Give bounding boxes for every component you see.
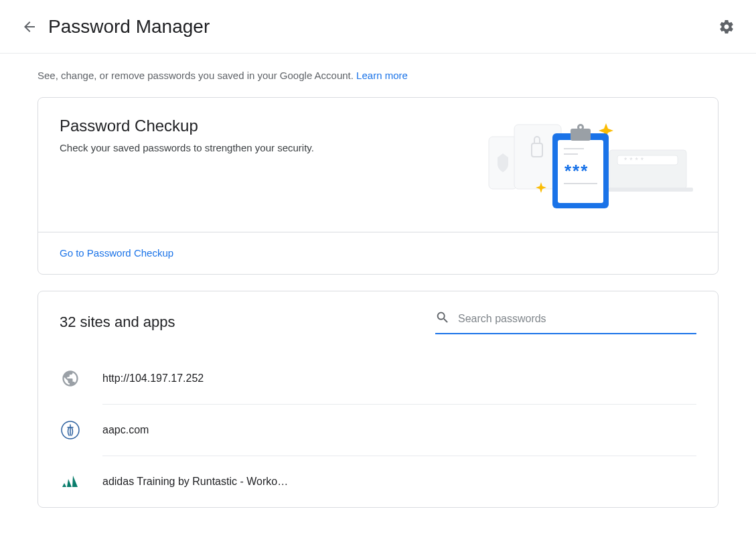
adidas-icon	[60, 471, 81, 492]
site-item[interactable]: aapc.com	[60, 405, 696, 456]
clipboard-password-icon: ****	[469, 117, 696, 210]
site-label: http://104.197.17.252	[102, 372, 204, 385]
search-icon	[435, 310, 450, 328]
header: Password Manager	[0, 0, 756, 54]
gear-icon	[719, 19, 735, 35]
checkup-illustration: ****	[469, 117, 696, 210]
learn-more-link[interactable]: Learn more	[356, 70, 408, 81]
site-label: adidas Training by Runtastic - Worko…	[102, 476, 288, 488]
sites-header: 32 sites and apps	[60, 310, 696, 334]
checkup-description: Check your saved passwords to strengthen…	[60, 142, 314, 153]
checkup-body: Password Checkup Check your saved passwo…	[38, 98, 718, 232]
search-wrap[interactable]	[435, 310, 696, 334]
page-title: Password Manager	[48, 16, 713, 38]
checkup-text: Password Checkup Check your saved passwo…	[60, 117, 314, 153]
arrow-left-icon	[21, 19, 37, 35]
intro-text: See, change, or remove passwords you sav…	[37, 70, 719, 81]
svg-text:***: ***	[564, 161, 589, 181]
search-input[interactable]	[458, 313, 696, 325]
checkup-link-row: Go to Password Checkup	[38, 232, 718, 274]
content: See, change, or remove passwords you sav…	[0, 54, 756, 524]
back-button[interactable]	[16, 13, 43, 40]
password-checkup-card: Password Checkup Check your saved passwo…	[37, 97, 719, 275]
site-item[interactable]: http://104.197.17.252	[60, 353, 696, 404]
intro-description: See, change, or remove passwords you sav…	[37, 70, 356, 81]
svg-text:****: ****	[624, 156, 646, 164]
sites-card: 32 sites and apps http://	[37, 291, 719, 508]
sites-title: 32 sites and apps	[60, 314, 175, 331]
site-list: http://104.197.17.252 aapc.com	[60, 353, 696, 507]
site-label: aapc.com	[102, 424, 149, 436]
checkup-title: Password Checkup	[60, 117, 314, 135]
svg-point-11	[579, 126, 582, 129]
settings-button[interactable]	[713, 13, 740, 40]
go-to-checkup-link[interactable]: Go to Password Checkup	[60, 247, 173, 259]
svg-rect-3	[603, 188, 693, 192]
globe-icon	[60, 368, 81, 389]
site-item[interactable]: adidas Training by Runtastic - Worko…	[60, 456, 696, 507]
aapc-icon	[60, 419, 81, 441]
